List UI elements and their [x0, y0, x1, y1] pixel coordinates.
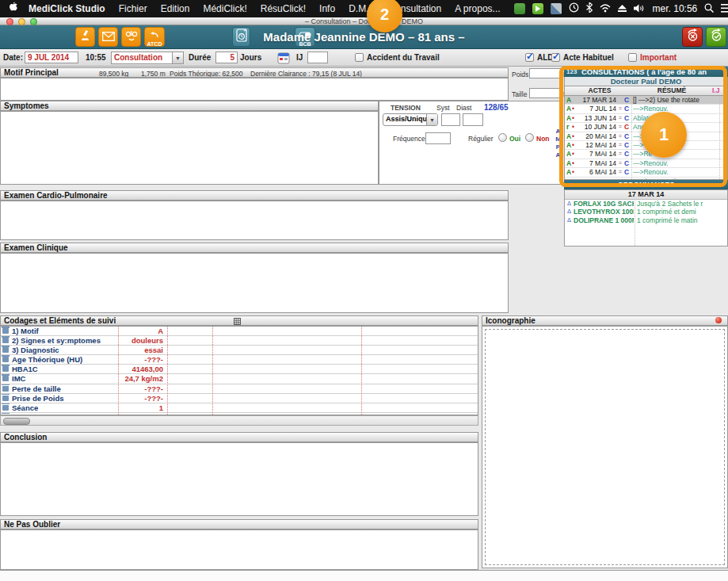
syst-label: Syst [436, 104, 450, 112]
syst-input[interactable] [441, 113, 460, 126]
codage-value[interactable]: A [118, 327, 163, 335]
codage-value[interactable]: essai [118, 346, 163, 354]
trash-icon[interactable] [2, 347, 9, 353]
volume-icon[interactable] [634, 2, 646, 16]
record-dot-icon[interactable] [715, 317, 722, 323]
codage-label: Perte de taille [12, 384, 61, 393]
prescription-row[interactable]: ΔLEVOTHYROX 100MCG1 comprimé et demi [565, 208, 727, 216]
trash-icon[interactable] [2, 338, 9, 343]
notification-list-icon[interactable] [721, 2, 728, 16]
calendar-icon[interactable] [277, 52, 290, 67]
spotlight-search-icon[interactable] [704, 2, 714, 16]
tension-chevron-down-icon[interactable]: ▼ [426, 114, 437, 125]
examen-clinique-textarea[interactable] [0, 253, 509, 313]
acte-habituel-checkbox[interactable] [551, 53, 560, 62]
main-toolbar: ATCD BCB Madame Jeannine DEMO – 81 ans – [0, 25, 728, 49]
table-grid-icon[interactable] [234, 318, 241, 326]
prescriptions-col-separator [635, 199, 635, 246]
apple-icon[interactable] [8, 2, 17, 16]
iconographie-panel[interactable] [482, 326, 728, 568]
duree-input[interactable]: 5 [215, 52, 238, 63]
scrollbar-thumb[interactable] [3, 418, 30, 425]
wifi-icon[interactable] [600, 2, 611, 16]
menu-item[interactable]: MédiClick! [203, 3, 246, 14]
codages-row[interactable]: Prise de Poids-???- [1, 394, 478, 403]
trash-icon[interactable] [2, 386, 9, 392]
visit-type-dropdown[interactable]: Consultation ▼ [111, 52, 184, 64]
codages-row[interactable]: Séance1 [1, 403, 478, 413]
trash-icon[interactable] [2, 328, 9, 334]
date-input[interactable]: 9 JUL 2014 [25, 52, 78, 63]
conclusion-title: Conclusion [4, 433, 47, 441]
menu-item[interactable]: Info [319, 3, 335, 14]
cancel-x-icon [686, 29, 699, 45]
accident-travail-checkbox[interactable] [355, 53, 364, 62]
ald-checkbox[interactable] [525, 53, 534, 62]
codages-row[interactable]: 2) Signes et sy:mptomesdouleurs [1, 336, 478, 346]
important-checkbox[interactable] [628, 53, 637, 62]
validate-consultation-button[interactable] [706, 27, 726, 47]
prescription-date-header: 17 MAR 14 [565, 190, 727, 200]
codage-label: IMC [12, 374, 25, 383]
codage-value[interactable]: 24,7 kg/m2 [118, 374, 163, 383]
annotation-badge-1: 1 [641, 112, 687, 158]
play-app-icon[interactable] [532, 3, 543, 14]
prescription-row[interactable]: ΔFORLAX 10G SACHETJusqu'à 2 Sachets le r [565, 200, 727, 208]
menu-item[interactable]: MediClick Studio [29, 3, 105, 14]
trash-icon[interactable] [2, 366, 9, 372]
codages-row[interactable]: Perte de taille-???- [1, 384, 478, 394]
codage-label: HBA1C [12, 365, 38, 373]
ij-input[interactable] [307, 52, 328, 63]
menu-item[interactable]: A propos... [455, 3, 500, 14]
poids-input[interactable] [529, 68, 561, 78]
codages-horizontal-scrollbar[interactable] [0, 415, 478, 426]
prescriptions-panel: 17 MAR 14 ΔFORLAX 10G SACHETJusqu'à 2 Sa… [564, 189, 728, 247]
trash-icon[interactable] [2, 357, 9, 362]
motif-principal-textarea[interactable] [0, 78, 509, 101]
height-value: 1,750 m [141, 69, 166, 78]
tension-position-dropdown[interactable]: Assis/Unique ▼ [383, 113, 438, 126]
trash-icon[interactable] [2, 396, 9, 401]
codages-row[interactable]: 3) Diagnosticessai [1, 346, 478, 355]
menu-item[interactable]: Fichier [119, 3, 147, 14]
codages-row[interactable]: Age Théorique (HU)-???- [1, 355, 478, 365]
taille-input[interactable] [529, 88, 561, 98]
codage-value[interactable]: -???- [118, 394, 163, 403]
codage-value[interactable]: 41463,00 [118, 365, 163, 373]
examen-cardio-textarea[interactable] [0, 201, 509, 240]
symptomes-textarea[interactable] [0, 111, 379, 185]
prescription-row[interactable]: ΔDOLIPRANE 1 000MG1 comprimé le matin [565, 216, 727, 224]
diast-input[interactable] [463, 113, 483, 126]
time-machine-icon[interactable] [569, 2, 579, 16]
regulier-oui-radio[interactable] [498, 133, 507, 142]
frequence-input[interactable] [425, 132, 451, 144]
codage-value[interactable]: douleurs [118, 336, 163, 345]
bluetooth-icon[interactable] [586, 2, 593, 16]
codage-value[interactable]: -???- [118, 384, 163, 393]
eject-icon[interactable] [618, 2, 627, 16]
codages-row[interactable]: 1) MotifA [1, 327, 478, 336]
trash-icon[interactable] [2, 405, 9, 411]
ne-pas-oublier-textarea[interactable] [0, 529, 478, 570]
dmp-app-icon[interactable] [514, 3, 525, 14]
chevron-down-icon[interactable]: ▼ [172, 52, 183, 63]
trash-icon[interactable] [2, 376, 9, 381]
conclusion-textarea[interactable] [0, 442, 478, 516]
menu-item[interactable]: RésuClick! [261, 3, 306, 14]
regulier-non-radio[interactable] [525, 133, 534, 142]
codages-row[interactable]: IMC24,7 kg/m2 [1, 374, 478, 384]
bottom-scrollbar[interactable] [0, 570, 728, 581]
date-label: Date: [3, 53, 23, 62]
grid-app-icon[interactable] [551, 3, 562, 14]
tension-panel: TENSION Syst Diast 128/65 Assis/Unique ▼… [379, 101, 561, 185]
menubar-clock[interactable]: mer. 10:56 [653, 3, 698, 14]
cancel-consultation-button[interactable] [682, 27, 703, 47]
codage-value[interactable]: -???- [118, 355, 163, 364]
menu-item[interactable]: Edition [161, 3, 190, 14]
regulier-label: Régulier [468, 135, 494, 143]
jours-label: Jours [240, 53, 261, 62]
ij-label: IJ [296, 53, 303, 62]
codages-row[interactable]: HBA1C41463,00 [1, 365, 478, 374]
codages-col-separator [212, 327, 213, 415]
codage-value[interactable]: 1 [118, 403, 163, 412]
